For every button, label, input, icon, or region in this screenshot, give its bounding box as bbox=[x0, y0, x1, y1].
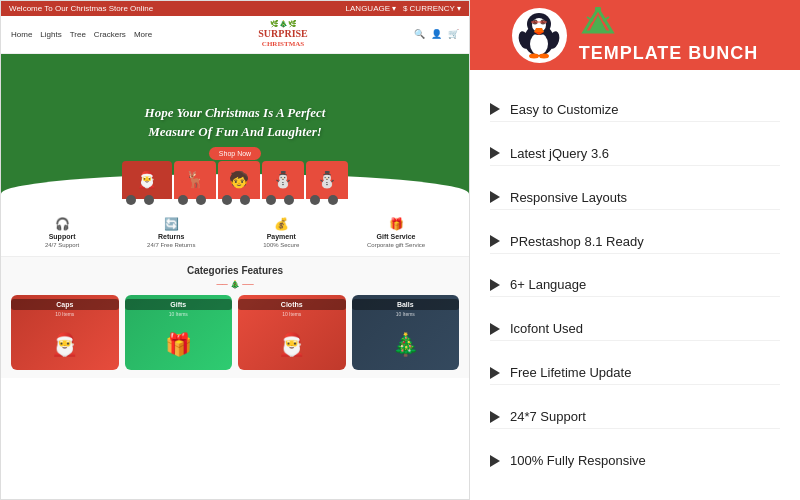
feature-label-7: 24*7 Support bbox=[510, 409, 586, 424]
feature-returns-title: Returns bbox=[158, 233, 184, 240]
arrow-icon-0 bbox=[490, 103, 500, 115]
hero-section: Hope Your Christmas Is A Perfect Measure… bbox=[1, 54, 469, 209]
svg-point-13 bbox=[539, 21, 547, 24]
puffin-logo bbox=[512, 8, 567, 63]
support-icon: 🎧 bbox=[55, 217, 70, 231]
section-divider: ── 🎄 ── bbox=[11, 280, 459, 289]
cloths-label: Cloths bbox=[238, 299, 346, 310]
gifts-emoji: 🎁 bbox=[125, 321, 233, 370]
bunch-svg bbox=[579, 7, 617, 35]
holly-decoration: 🌿🎄🌿 bbox=[258, 20, 307, 28]
arrow-icon-1 bbox=[490, 147, 500, 159]
site-logo: 🌿🎄🌿 SURPRISE CHRISTMAS bbox=[258, 20, 307, 49]
feature-gift-sub: Corporate gift Service bbox=[367, 242, 425, 248]
feature-row-5: Icofont Used bbox=[490, 317, 780, 341]
gifts-sublabel: 10 Items bbox=[169, 311, 188, 317]
nav-crackers[interactable]: Crackers bbox=[94, 30, 126, 39]
feature-label-6: Free Lifetime Update bbox=[510, 365, 631, 380]
feature-support: 🎧 Support 24/7 Support bbox=[45, 217, 79, 248]
svg-point-16 bbox=[529, 54, 539, 59]
arrow-icon-4 bbox=[490, 279, 500, 291]
puffin-svg bbox=[514, 10, 564, 60]
website-preview: Welcome To Our Christmas Store Online LA… bbox=[0, 0, 470, 500]
hero-heading: Hope Your Christmas Is A Perfect Measure… bbox=[145, 103, 326, 142]
site-nav: Home Lights Tree Crackers More bbox=[11, 30, 152, 39]
announcement-text: Welcome To Our Christmas Store Online bbox=[9, 4, 153, 13]
brand-header: TEMPLATE BUNCH bbox=[470, 0, 800, 70]
arrow-icon-5 bbox=[490, 323, 500, 335]
feature-payment-title: Payment bbox=[267, 233, 296, 240]
features-row: 🎧 Support 24/7 Support 🔄 Returns 24/7 Fr… bbox=[1, 209, 469, 257]
feature-payment-sub: 100% Secure bbox=[263, 242, 299, 248]
train-area: 🎅 🦌 🧒 ⛄ ⛄ bbox=[1, 161, 469, 199]
user-icon[interactable]: 👤 bbox=[431, 29, 442, 39]
nav-lights[interactable]: Lights bbox=[40, 30, 61, 39]
nav-more[interactable]: More bbox=[134, 30, 152, 39]
category-balls[interactable]: Balls 10 Items 🎄 bbox=[352, 295, 460, 370]
feature-returns: 🔄 Returns 24/7 Free Returns bbox=[147, 217, 195, 248]
brand-bunch-icon bbox=[579, 7, 617, 41]
payment-icon: 💰 bbox=[274, 217, 289, 231]
brand-name-area: TEMPLATE BUNCH bbox=[579, 7, 759, 64]
category-gifts[interactable]: Gifts 10 Items 🎁 bbox=[125, 295, 233, 370]
balls-emoji: 🎄 bbox=[352, 321, 460, 370]
feature-row-3: PRestashop 8.1 Ready bbox=[490, 230, 780, 254]
nav-home[interactable]: Home bbox=[11, 30, 32, 39]
caps-sublabel: 10 Items bbox=[55, 311, 74, 317]
arrow-icon-3 bbox=[490, 235, 500, 247]
feature-gift: 🎁 Gift Service Corporate gift Service bbox=[367, 217, 425, 248]
feature-payment: 💰 Payment 100% Secure bbox=[263, 217, 299, 248]
arrow-icon-2 bbox=[490, 191, 500, 203]
feature-label-3: PRestashop 8.1 Ready bbox=[510, 234, 644, 249]
right-panel: TEMPLATE BUNCH Easy to Customize Latest … bbox=[470, 0, 800, 500]
arrow-icon-6 bbox=[490, 367, 500, 379]
search-icon[interactable]: 🔍 bbox=[414, 29, 425, 39]
category-grid: Caps 10 Items 🎅 Gifts 10 Items 🎁 Cloths … bbox=[11, 295, 459, 370]
train-car-1: 🦌 bbox=[174, 161, 216, 199]
feature-support-title: Support bbox=[49, 233, 76, 240]
balls-sublabel: 10 Items bbox=[396, 311, 415, 317]
train-car-2: 🧒 bbox=[218, 161, 260, 199]
feature-gift-title: Gift Service bbox=[377, 233, 416, 240]
svg-point-17 bbox=[539, 54, 549, 59]
caps-label: Caps bbox=[11, 299, 119, 310]
arrow-icon-7 bbox=[490, 411, 500, 423]
feature-label-2: Responsive Layouts bbox=[510, 190, 627, 205]
feature-row-7: 24*7 Support bbox=[490, 405, 780, 429]
feature-row-1: Latest jQuery 3.6 bbox=[490, 142, 780, 166]
feature-label-8: 100% Fully Responsive bbox=[510, 453, 646, 468]
returns-icon: 🔄 bbox=[164, 217, 179, 231]
feature-label-4: 6+ Language bbox=[510, 277, 586, 292]
train-car-4: ⛄ bbox=[306, 161, 348, 199]
cloths-emoji: 🎅 bbox=[238, 321, 346, 370]
category-caps[interactable]: Caps 10 Items 🎅 bbox=[11, 295, 119, 370]
feature-returns-sub: 24/7 Free Returns bbox=[147, 242, 195, 248]
gift-icon: 🎁 bbox=[389, 217, 404, 231]
shop-now-button[interactable]: Shop Now bbox=[209, 147, 261, 160]
arrow-icon-8 bbox=[490, 455, 500, 467]
train-engine: 🎅 bbox=[122, 161, 172, 199]
cloths-sublabel: 10 Items bbox=[282, 311, 301, 317]
feature-row-8: 100% Fully Responsive bbox=[490, 449, 780, 472]
categories-section: Categories Features ── 🎄 ── Caps 10 Item… bbox=[1, 257, 469, 378]
hero-text: Hope Your Christmas Is A Perfect Measure… bbox=[145, 103, 326, 160]
nav-tree[interactable]: Tree bbox=[70, 30, 86, 39]
feature-row-2: Responsive Layouts bbox=[490, 186, 780, 210]
cart-icon[interactable]: 🛒 bbox=[448, 29, 459, 39]
feature-label-1: Latest jQuery 3.6 bbox=[510, 146, 609, 161]
feature-row-4: 6+ Language bbox=[490, 273, 780, 297]
header-controls: LANGUAGE ▾ $ CURRENCY ▾ bbox=[346, 4, 461, 13]
feature-label-5: Icofont Used bbox=[510, 321, 583, 336]
categories-title: Categories Features bbox=[11, 265, 459, 276]
balls-label: Balls bbox=[352, 299, 460, 310]
brand-name-text: TEMPLATE BUNCH bbox=[579, 43, 759, 64]
feature-label-0: Easy to Customize bbox=[510, 102, 618, 117]
svg-point-1 bbox=[530, 33, 548, 55]
feature-row-0: Easy to Customize bbox=[490, 98, 780, 122]
caps-emoji: 🎅 bbox=[11, 321, 119, 370]
site-header: Home Lights Tree Crackers More 🌿🎄🌿 SURPR… bbox=[1, 16, 469, 54]
gifts-label: Gifts bbox=[125, 299, 233, 310]
feature-row-6: Free Lifetime Update bbox=[490, 361, 780, 385]
category-cloths[interactable]: Cloths 10 Items 🎅 bbox=[238, 295, 346, 370]
announcement-bar: Welcome To Our Christmas Store Online LA… bbox=[1, 1, 469, 16]
